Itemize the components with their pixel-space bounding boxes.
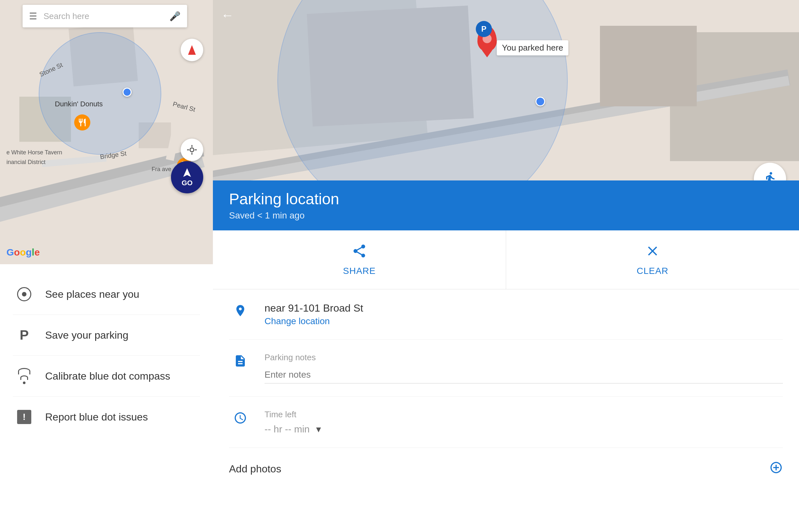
go-navigation-button[interactable]: GO bbox=[171, 161, 203, 193]
parking-label: Save your parking bbox=[45, 329, 128, 341]
report-icon: ! bbox=[17, 410, 31, 424]
saved-time-subtitle: Saved < 1 min ago bbox=[229, 210, 783, 221]
restaurant-icon bbox=[78, 118, 87, 127]
notes-icon-wrap bbox=[229, 353, 252, 368]
notes-icon bbox=[234, 354, 247, 368]
parking-icon-wrap: P bbox=[13, 324, 35, 346]
time-dropdown-arrow[interactable]: ▾ bbox=[316, 423, 321, 435]
notes-detail-row: Parking notes bbox=[229, 340, 783, 397]
parking-badge-p: P bbox=[476, 21, 492, 37]
compass-arrow-icon bbox=[188, 45, 196, 55]
r-block-4 bbox=[600, 26, 697, 106]
add-photos-icon[interactable] bbox=[769, 461, 783, 477]
left-panel: ☰ Search here 🎤 GO bbox=[0, 0, 213, 532]
add-photos-text: Add photos bbox=[229, 463, 769, 475]
go-button-label: GO bbox=[182, 179, 193, 187]
address-text: near 91-101 Broad St bbox=[265, 302, 783, 314]
parked-here-label: You parked here bbox=[497, 40, 568, 55]
right-panel: P You parked here ← Parking location Sav… bbox=[213, 0, 799, 532]
action-buttons-row: SHARE CLEAR bbox=[213, 230, 799, 289]
bottom-menu-list: See places near you P Save your parking … bbox=[0, 264, 213, 532]
add-photo-icon bbox=[769, 461, 783, 474]
navigation-icon bbox=[181, 167, 193, 179]
clear-icon bbox=[645, 243, 660, 262]
financial-district-label: inancial District bbox=[6, 159, 46, 166]
user-location-dot bbox=[123, 88, 132, 97]
menu-item-places[interactable]: See places near you bbox=[13, 274, 200, 315]
back-button[interactable]: ← bbox=[221, 8, 234, 22]
clear-button[interactable]: CLEAR bbox=[506, 230, 799, 289]
clock-icon bbox=[234, 411, 247, 425]
time-left-label: Time left bbox=[265, 410, 783, 420]
parking-p-icon: P bbox=[20, 327, 29, 343]
address-content: near 91-101 Broad St Change location bbox=[265, 302, 783, 326]
notes-input[interactable] bbox=[265, 366, 783, 383]
compass-button[interactable] bbox=[181, 39, 203, 61]
menu-item-compass[interactable]: Calibrate blue dot compass bbox=[13, 356, 200, 397]
location-ring-inner bbox=[22, 292, 26, 297]
wifi-arc-2 bbox=[20, 375, 28, 380]
notes-content: Parking notes bbox=[265, 353, 783, 383]
compass-wifi-icon bbox=[18, 368, 30, 384]
location-pin-icon bbox=[234, 304, 247, 317]
wifi-dot bbox=[23, 381, 25, 384]
compass-menu-label: Calibrate blue dot compass bbox=[45, 370, 170, 382]
places-icon-wrap bbox=[13, 283, 35, 305]
time-row: -- hr -- min ▾ bbox=[265, 423, 783, 435]
r-user-location-dot bbox=[535, 97, 545, 106]
share-button[interactable]: SHARE bbox=[213, 230, 506, 289]
report-label: Report blue dot issues bbox=[45, 411, 148, 423]
places-label: See places near you bbox=[45, 288, 139, 300]
location-target-icon bbox=[186, 144, 198, 156]
parking-location-title: Parking location bbox=[229, 190, 783, 208]
share-svg-icon bbox=[351, 243, 367, 259]
parking-details-section: near 91-101 Broad St Change location Par… bbox=[213, 289, 799, 532]
clear-button-label: CLEAR bbox=[637, 266, 668, 276]
white-horse-label: e White Horse Tavern bbox=[6, 149, 62, 156]
fra-label: Fra­ ave bbox=[151, 166, 171, 173]
wifi-arc-1 bbox=[18, 368, 30, 375]
time-value: -- hr -- min bbox=[265, 424, 310, 435]
r-blue-region bbox=[277, 0, 568, 180]
hamburger-icon[interactable]: ☰ bbox=[29, 11, 37, 22]
google-logo: Google bbox=[6, 247, 40, 258]
search-placeholder[interactable]: Search here bbox=[43, 11, 169, 21]
menu-item-parking[interactable]: P Save your parking bbox=[13, 315, 200, 356]
time-detail-row: Time left -- hr -- min ▾ bbox=[229, 397, 783, 448]
dunkin-donuts-label: Dunkin' Donuts bbox=[55, 100, 103, 108]
clear-svg-icon bbox=[645, 243, 660, 259]
my-location-button[interactable] bbox=[181, 138, 203, 161]
radius-circle bbox=[39, 32, 161, 155]
location-pin-icon-wrap bbox=[229, 302, 252, 317]
share-icon bbox=[351, 243, 367, 262]
clock-icon-wrap bbox=[229, 410, 252, 425]
left-map: ☰ Search here 🎤 GO bbox=[0, 0, 213, 264]
svg-point-0 bbox=[190, 148, 194, 152]
right-map: P You parked here ← bbox=[213, 0, 799, 180]
change-location-link[interactable]: Change location bbox=[265, 316, 783, 326]
menu-item-report[interactable]: ! Report blue dot issues bbox=[13, 397, 200, 437]
report-icon-wrap-outer: ! bbox=[13, 406, 35, 428]
address-detail-row: near 91-101 Broad St Change location bbox=[229, 289, 783, 340]
parking-notes-label: Parking notes bbox=[265, 353, 783, 362]
add-photos-row: Add photos bbox=[229, 448, 783, 490]
compass-icon-wrap bbox=[13, 365, 35, 387]
location-ring-icon bbox=[17, 287, 31, 301]
microphone-icon[interactable]: 🎤 bbox=[169, 11, 181, 22]
parking-info-bar: Parking location Saved < 1 min ago bbox=[213, 180, 799, 230]
time-content: Time left -- hr -- min ▾ bbox=[265, 410, 783, 435]
search-bar[interactable]: ☰ Search here 🎤 bbox=[22, 5, 187, 27]
share-button-label: SHARE bbox=[343, 266, 376, 276]
walking-icon bbox=[762, 171, 778, 180]
dunkin-donuts-marker[interactable] bbox=[74, 114, 90, 131]
walking-directions-button[interactable] bbox=[754, 163, 786, 180]
